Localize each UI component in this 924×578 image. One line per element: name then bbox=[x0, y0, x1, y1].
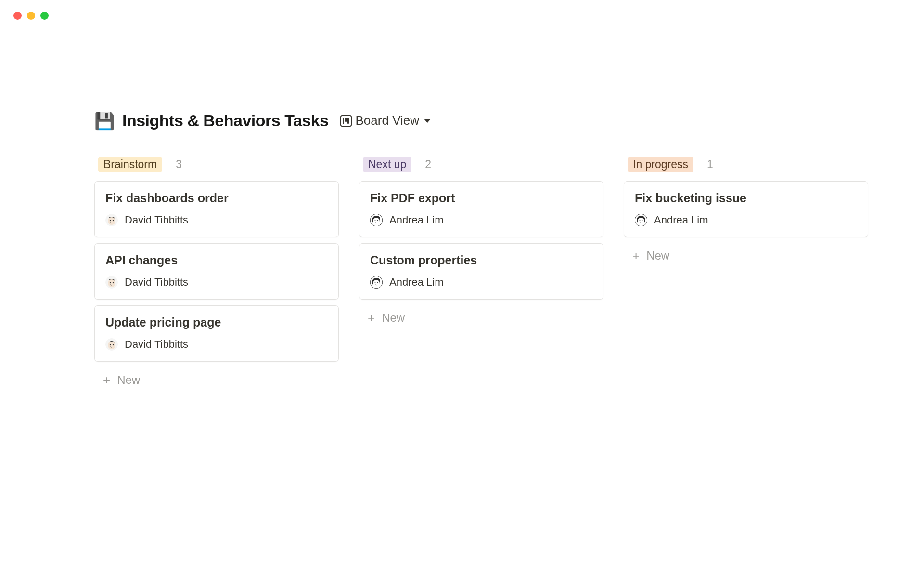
board-card[interactable]: Fix bucketing issue Andrea Lim bbox=[624, 181, 868, 237]
plus-icon: + bbox=[368, 312, 375, 324]
svg-point-18 bbox=[375, 282, 376, 283]
board-card[interactable]: Custom properties Andrea Lim bbox=[359, 243, 603, 300]
svg-point-21 bbox=[638, 218, 644, 224]
card-assignee: Andrea Lim bbox=[370, 276, 592, 289]
avatar bbox=[370, 276, 383, 289]
svg-point-15 bbox=[377, 220, 378, 221]
board-column: Next up2Fix PDF export Andrea LimCustom … bbox=[359, 157, 603, 393]
new-label: New bbox=[382, 311, 405, 325]
card-assignee: David Tibbitts bbox=[105, 214, 328, 226]
page-header: 💾 Insights & Behaviors Tasks Board View bbox=[94, 111, 830, 142]
svg-point-14 bbox=[375, 220, 376, 221]
window-maximize-button[interactable] bbox=[40, 12, 49, 20]
board-card[interactable]: Update pricing page David Tibbitts bbox=[94, 305, 339, 362]
column-tag[interactable]: Next up bbox=[363, 157, 411, 172]
page-title: Insights & Behaviors Tasks bbox=[122, 111, 329, 130]
svg-point-3 bbox=[113, 220, 114, 221]
avatar bbox=[635, 214, 647, 226]
window-close-button[interactable] bbox=[13, 12, 22, 20]
column-count: 1 bbox=[707, 158, 713, 171]
board-card[interactable]: API changes David Tibbitts bbox=[94, 243, 339, 300]
column-header: Brainstorm3 bbox=[94, 157, 339, 172]
plus-icon: + bbox=[103, 374, 110, 386]
card-assignee: David Tibbitts bbox=[105, 276, 328, 289]
plus-icon: + bbox=[632, 250, 640, 262]
board-column: In progress1Fix bucketing issue Andrea L… bbox=[624, 157, 868, 393]
svg-point-22 bbox=[640, 220, 641, 221]
svg-point-23 bbox=[642, 220, 643, 221]
assignee-name: Andrea Lim bbox=[654, 214, 708, 226]
assignee-name: Andrea Lim bbox=[389, 214, 444, 226]
svg-point-2 bbox=[110, 220, 111, 221]
card-assignee: David Tibbitts bbox=[105, 338, 328, 351]
avatar bbox=[105, 276, 118, 289]
column-tag[interactable]: In progress bbox=[628, 157, 693, 172]
avatar bbox=[105, 338, 118, 351]
svg-point-13 bbox=[373, 218, 380, 224]
column-header: In progress1 bbox=[624, 157, 868, 172]
column-header: Next up2 bbox=[359, 157, 603, 172]
new-card-button[interactable]: +New bbox=[94, 368, 339, 393]
column-count: 2 bbox=[425, 158, 431, 171]
assignee-name: David Tibbitts bbox=[125, 338, 188, 351]
view-label: Board View bbox=[356, 113, 420, 128]
svg-point-17 bbox=[373, 280, 380, 287]
column-count: 3 bbox=[176, 158, 182, 171]
card-assignee: Andrea Lim bbox=[370, 214, 592, 226]
window-minimize-button[interactable] bbox=[27, 12, 35, 20]
svg-point-19 bbox=[377, 282, 378, 283]
assignee-name: David Tibbitts bbox=[125, 214, 188, 226]
board-view-icon bbox=[340, 115, 352, 127]
svg-point-1 bbox=[108, 217, 116, 225]
svg-point-10 bbox=[110, 344, 111, 345]
page-icon: 💾 bbox=[94, 113, 115, 129]
svg-point-6 bbox=[110, 282, 111, 283]
chevron-down-icon bbox=[424, 119, 431, 123]
board-column: Brainstorm3Fix dashboards order David Ti… bbox=[94, 157, 339, 393]
card-title: API changes bbox=[105, 253, 328, 267]
card-title: Fix dashboards order bbox=[105, 191, 328, 205]
svg-point-11 bbox=[113, 344, 114, 345]
assignee-name: Andrea Lim bbox=[389, 276, 444, 289]
view-selector[interactable]: Board View bbox=[340, 113, 431, 128]
avatar bbox=[370, 214, 383, 226]
card-title: Custom properties bbox=[370, 253, 592, 267]
card-title: Fix PDF export bbox=[370, 191, 592, 205]
new-label: New bbox=[117, 373, 140, 387]
board-card[interactable]: Fix PDF export Andrea Lim bbox=[359, 181, 603, 237]
svg-point-9 bbox=[108, 342, 116, 349]
board: Brainstorm3Fix dashboards order David Ti… bbox=[94, 142, 830, 393]
avatar bbox=[105, 214, 118, 226]
svg-point-5 bbox=[108, 279, 116, 287]
board-card[interactable]: Fix dashboards order David Tibbitts bbox=[94, 181, 339, 237]
assignee-name: David Tibbitts bbox=[125, 276, 188, 289]
column-tag[interactable]: Brainstorm bbox=[98, 157, 162, 172]
window-controls bbox=[0, 0, 924, 20]
svg-point-7 bbox=[113, 282, 114, 283]
new-card-button[interactable]: +New bbox=[624, 243, 868, 268]
card-title: Update pricing page bbox=[105, 315, 328, 329]
card-assignee: Andrea Lim bbox=[635, 214, 857, 226]
card-title: Fix bucketing issue bbox=[635, 191, 857, 205]
new-label: New bbox=[646, 249, 669, 263]
new-card-button[interactable]: +New bbox=[359, 305, 603, 330]
